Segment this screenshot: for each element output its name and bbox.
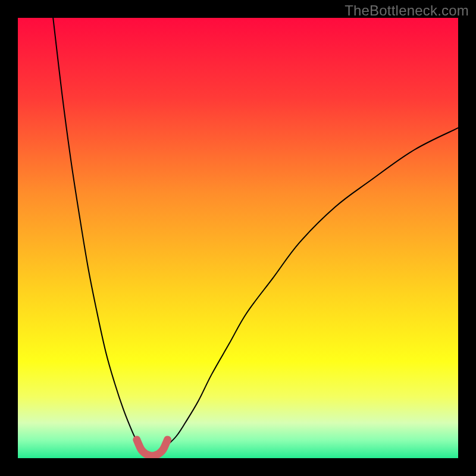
watermark-text: TheBottleneck.com [345, 2, 469, 19]
gradient-background [18, 18, 458, 458]
plot-area [18, 18, 458, 458]
chart-frame: TheBottleneck.com [0, 0, 476, 476]
plot-svg [18, 18, 458, 458]
